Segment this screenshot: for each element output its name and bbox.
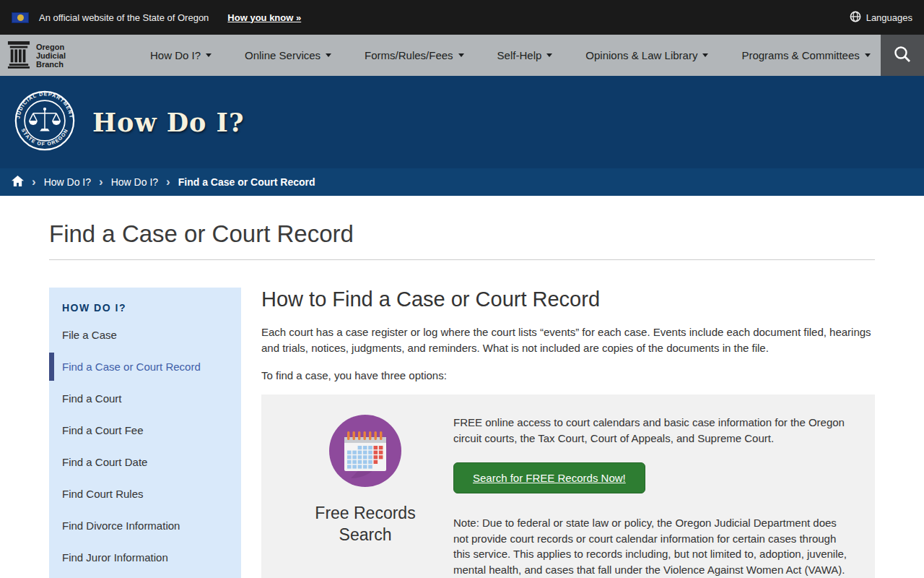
nav-item-online-services[interactable]: Online Services — [245, 49, 331, 61]
pillar-icon — [7, 40, 30, 72]
chevron-down-icon — [865, 53, 871, 57]
home-icon[interactable] — [12, 176, 24, 189]
official-website-text: An official website of the State of Oreg… — [39, 12, 209, 23]
chevron-right-icon: › — [166, 176, 170, 188]
intro-paragraph: Each court has a case register or log wh… — [261, 324, 875, 356]
sidebar: HOW DO I? File a Case Find a Case or Cou… — [49, 288, 241, 578]
chevron-down-icon — [206, 53, 212, 57]
chevron-down-icon — [458, 53, 464, 57]
globe-icon — [850, 11, 861, 25]
brand-text: Oregon Judicial Branch — [36, 43, 66, 69]
utility-bar: An official website of the State of Oreg… — [0, 0, 924, 35]
nav-item-programs-committees[interactable]: Programs & Committees — [741, 49, 870, 61]
sidebar-item[interactable]: Find Juror Information — [49, 545, 241, 570]
search-icon — [893, 45, 912, 66]
sidebar-item[interactable]: File a Case — [49, 322, 241, 348]
free-records-search-button[interactable]: Search for FREE Records Now! — [453, 462, 645, 493]
sidebar-item[interactable]: Find a Court Fee — [49, 418, 241, 443]
free-records-card: Free Records Search FREE online access t… — [261, 394, 875, 578]
breadcrumb-how-do-i[interactable]: How Do I? — [44, 176, 91, 188]
main-nav: Oregon Judicial Branch How Do I? Online … — [0, 35, 924, 76]
how-you-know-link[interactable]: How you know » — [227, 12, 301, 23]
hero-title: How Do I? — [92, 108, 245, 137]
chevron-right-icon: › — [99, 176, 103, 188]
oregon-flag-icon — [12, 12, 29, 23]
nav-item-forms-rules-fees[interactable]: Forms/Rules/Fees — [365, 49, 464, 61]
hero-banner: JUDICIAL DEPARTMENT STATE OF OREGON How … — [0, 76, 924, 168]
sidebar-item[interactable]: Find Court Rules — [49, 481, 241, 506]
sidebar-heading: HOW DO I? — [49, 302, 241, 314]
sidebar-item[interactable]: Find a Court Date — [49, 449, 241, 475]
chevron-down-icon — [702, 53, 708, 57]
sidebar-item[interactable]: Find a Court — [49, 386, 241, 411]
calendar-icon — [329, 415, 401, 490]
sidebar-item[interactable]: Find Divorce Information — [49, 513, 241, 538]
chevron-down-icon — [326, 53, 331, 57]
nav-item-opinions-law-library[interactable]: Opinions & Law Library — [585, 49, 708, 61]
judicial-department-seal: JUDICIAL DEPARTMENT STATE OF OREGON — [13, 89, 77, 155]
main-content: How to Find a Case or Court Record Each … — [261, 288, 875, 578]
languages-button[interactable]: Languages — [850, 11, 912, 25]
nav-item-self-help[interactable]: Self-Help — [497, 49, 553, 61]
chevron-right-icon: › — [32, 176, 36, 188]
options-intro: To find a case, you have three options: — [261, 368, 875, 384]
ojd-logo[interactable]: Oregon Judicial Branch — [0, 40, 108, 72]
languages-label: Languages — [866, 12, 912, 23]
nav-menu: How Do I? Online Services Forms/Rules/Fe… — [150, 49, 881, 61]
search-button[interactable] — [881, 35, 924, 76]
nav-item-how-do-i[interactable]: How Do I? — [150, 49, 212, 61]
chevron-down-icon — [546, 53, 552, 57]
page-title: Find a Case or Court Record — [49, 220, 875, 248]
breadcrumb-current: Find a Case or Court Record — [178, 176, 315, 188]
breadcrumb: › How Do I? › How Do I? › Find a Case or… — [0, 168, 924, 196]
section-heading: How to Find a Case or Court Record — [261, 288, 875, 311]
card-note: Note: Due to federal or state law or pol… — [453, 515, 853, 578]
breadcrumb-how-do-i-2[interactable]: How Do I? — [111, 176, 158, 188]
sidebar-item[interactable]: Find a Case or Court Record — [49, 354, 241, 379]
card-description: FREE online access to court calendars an… — [453, 415, 853, 447]
card-caption: Free Records Search — [300, 503, 430, 546]
